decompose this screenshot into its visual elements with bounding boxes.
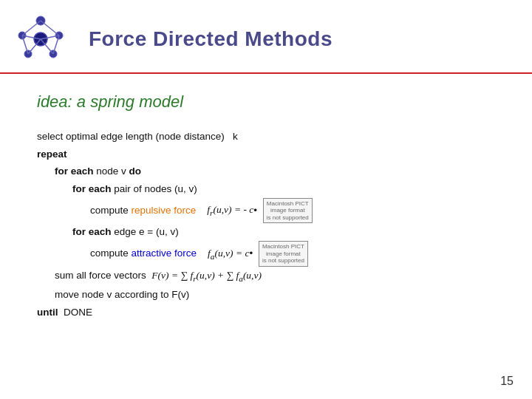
main-content: idea: a spring model select optimal edge… xyxy=(0,74,532,335)
line-until: until DONE xyxy=(37,304,495,321)
page-title: Force Directed Methods xyxy=(89,27,332,51)
line-sum: sum all force vectors F(v) = ∑ fr(u,v) +… xyxy=(37,267,495,286)
line-for-each-node: for each node v do xyxy=(37,163,495,180)
line-repulsive: compute repulsive force fr(u,v) = - c• M… xyxy=(37,198,495,224)
line-move: move node v according to F(v) xyxy=(37,286,495,304)
line-for-each-edge: for each edge e = (u, v) xyxy=(37,223,495,241)
header: Force Directed Methods xyxy=(0,0,532,74)
line-select: select optimal edge length (node distanc… xyxy=(37,128,495,146)
page-number: 15 xyxy=(500,375,514,388)
repulsive-formula-image: Macintosh PICTimage formatis not support… xyxy=(263,198,313,224)
attractive-formula-image: Macintosh PICTimage formatis not support… xyxy=(259,241,308,267)
logo xyxy=(15,13,74,65)
algorithm-block: select optimal edge length (node distanc… xyxy=(37,128,495,321)
line-repeat: repeat xyxy=(37,146,495,163)
line-attractive: compute attractive force fa(u,v) = c• Ma… xyxy=(37,241,495,267)
line-for-each-pair: for each pair of nodes (u, v) xyxy=(37,180,495,198)
idea-heading: idea: a spring model xyxy=(37,92,495,112)
